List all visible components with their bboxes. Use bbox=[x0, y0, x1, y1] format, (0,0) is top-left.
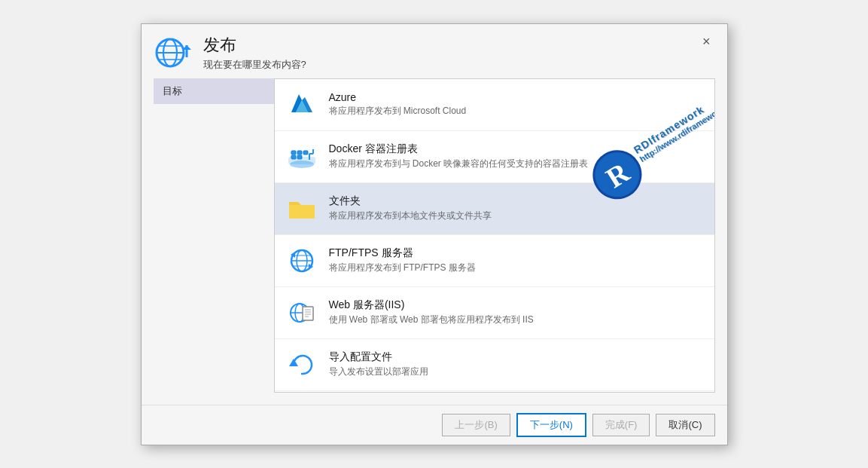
title-bar: 发布 现在要在哪里发布内容? × bbox=[142, 24, 727, 78]
list-item-azure[interactable]: Azure 将应用程序发布到 Microsoft Cloud bbox=[275, 79, 714, 131]
dialog-subtitle: 现在要在哪里发布内容? bbox=[203, 58, 306, 72]
list-item-folder[interactable]: 文件夹 将应用程序发布到本地文件夹或文件共享 bbox=[275, 183, 714, 235]
close-button[interactable]: × bbox=[698, 33, 715, 50]
docker-desc: 将应用程序发布到与 Docker 映像兼容的任何受支持的容器注册表 bbox=[329, 158, 589, 170]
footer: 上一步(B) 下一步(N) 完成(F) 取消(C) bbox=[142, 405, 727, 445]
azure-icon bbox=[287, 90, 317, 120]
cancel-button[interactable]: 取消(C) bbox=[656, 414, 714, 436]
iis-icon bbox=[287, 298, 317, 328]
svg-rect-15 bbox=[297, 155, 302, 159]
folder-desc: 将应用程序发布到本地文件夹或文件共享 bbox=[329, 210, 492, 222]
list-item-iis[interactable]: Web 服务器(IIS) 使用 Web 部署或 Web 部署包将应用程序发布到 … bbox=[275, 287, 714, 339]
import-text: 导入配置文件 导入发布设置以部署应用 bbox=[329, 350, 428, 378]
azure-title: Azure bbox=[329, 91, 467, 103]
ftp-desc: 将应用程序发布到 FTP/FTPS 服务器 bbox=[329, 262, 476, 274]
list-item-ftp[interactable]: FTP/FTPS 服务器 将应用程序发布到 FTP/FTPS 服务器 bbox=[275, 235, 714, 287]
svg-point-16 bbox=[290, 161, 314, 168]
dialog-title: 发布 bbox=[203, 34, 306, 57]
iis-desc: 使用 Web 部署或 Web 部署包将应用程序发布到 IIS bbox=[329, 314, 534, 326]
svg-rect-13 bbox=[303, 151, 308, 154]
next-button[interactable]: 下一步(N) bbox=[516, 413, 586, 437]
ftp-text: FTP/FTPS 服务器 将应用程序发布到 FTP/FTPS 服务器 bbox=[329, 246, 476, 274]
svg-rect-12 bbox=[297, 151, 302, 154]
svg-rect-14 bbox=[291, 155, 296, 159]
ftp-title: FTP/FTPS 服务器 bbox=[329, 246, 476, 260]
folder-icon bbox=[287, 194, 317, 224]
folder-title: 文件夹 bbox=[329, 194, 492, 208]
svg-rect-28 bbox=[303, 307, 313, 320]
globe-icon bbox=[154, 33, 193, 72]
import-icon bbox=[287, 350, 317, 380]
iis-text: Web 服务器(IIS) 使用 Web 部署或 Web 部署包将应用程序发布到 … bbox=[329, 298, 534, 326]
publish-target-list[interactable]: Azure 将应用程序发布到 Microsoft Cloud bbox=[275, 79, 714, 392]
docker-title: Docker 容器注册表 bbox=[329, 142, 589, 156]
import-desc: 导入发布设置以部署应用 bbox=[329, 366, 428, 378]
import-title: 导入配置文件 bbox=[329, 350, 428, 364]
publish-dialog: 发布 现在要在哪里发布内容? × 目标 R bbox=[141, 23, 728, 445]
sidebar-item-target[interactable]: 目标 bbox=[154, 78, 274, 104]
back-button[interactable]: 上一步(B) bbox=[442, 414, 510, 436]
main-area: R RDIframework http://www.rdiframework.N… bbox=[274, 78, 715, 393]
finish-button[interactable]: 完成(F) bbox=[592, 414, 650, 436]
iis-title: Web 服务器(IIS) bbox=[329, 298, 534, 312]
list-item-docker[interactable]: Docker 容器注册表 将应用程序发布到与 Docker 映像兼容的任何受支持… bbox=[275, 131, 714, 183]
docker-text: Docker 容器注册表 将应用程序发布到与 Docker 映像兼容的任何受支持… bbox=[329, 142, 589, 170]
sidebar: 目标 bbox=[154, 78, 274, 393]
title-left: 发布 现在要在哪里发布内容? bbox=[154, 33, 306, 72]
docker-icon bbox=[287, 142, 317, 172]
azure-desc: 将应用程序发布到 Microsoft Cloud bbox=[329, 105, 467, 118]
folder-text: 文件夹 将应用程序发布到本地文件夹或文件共享 bbox=[329, 194, 492, 222]
content-area: 目标 R RDIframework http://www.rdiframewor… bbox=[142, 78, 727, 405]
title-text: 发布 现在要在哪里发布内容? bbox=[203, 34, 306, 72]
svg-marker-33 bbox=[289, 359, 298, 366]
svg-rect-11 bbox=[291, 151, 296, 154]
list-item-import[interactable]: 导入配置文件 导入发布设置以部署应用 bbox=[275, 339, 714, 391]
ftp-icon bbox=[287, 246, 317, 276]
azure-text: Azure 将应用程序发布到 Microsoft Cloud bbox=[329, 91, 467, 118]
